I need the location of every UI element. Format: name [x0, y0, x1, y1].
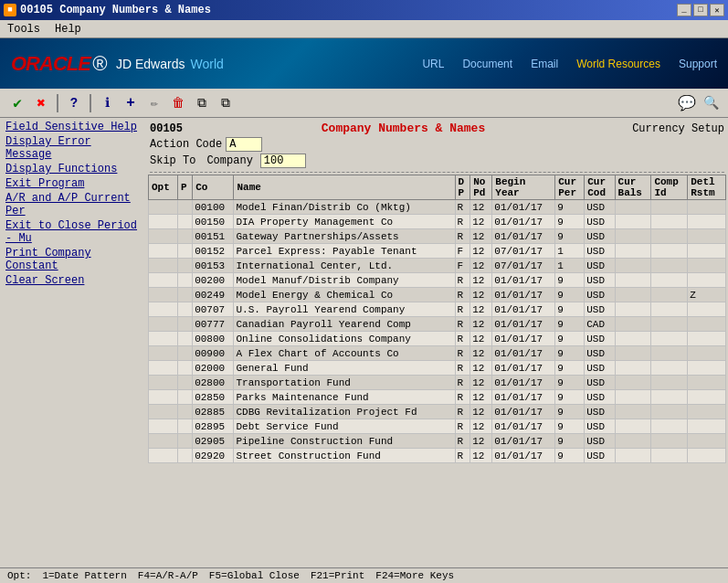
left-menu-item[interactable]: Field Sensitive Help [4, 120, 142, 134]
table-row: 02905Pipeline Construction FundR1201/01/… [149, 434, 726, 449]
search-button[interactable]: 🔍 [701, 93, 721, 113]
table-cell: 12 [470, 419, 492, 434]
table-cell[interactable] [149, 390, 178, 405]
nav-world-resources[interactable]: World Resources [576, 58, 660, 70]
status-date-pattern[interactable]: 1=Date Pattern [42, 570, 126, 581]
table-cell[interactable] [149, 200, 178, 215]
minimize-button[interactable]: _ [677, 4, 691, 16]
table-cell: International Center, Ltd. [234, 259, 455, 273]
table-cell [688, 376, 726, 390]
chat-button[interactable]: 💬 [677, 93, 697, 113]
table-cell: R [455, 376, 470, 390]
maximize-button[interactable]: □ [693, 4, 708, 16]
left-menu-item[interactable]: Display Functions [4, 162, 142, 176]
status-opt: Opt: [7, 570, 31, 581]
copy-button[interactable]: ⧉ [192, 93, 212, 113]
table-cell [177, 259, 192, 273]
close-button[interactable]: ✕ [710, 4, 724, 16]
table-cell[interactable] [149, 376, 178, 390]
table-cell [615, 229, 651, 244]
table-cell: 12 [470, 317, 492, 332]
table-cell[interactable] [149, 332, 178, 346]
table-cell[interactable] [149, 273, 178, 288]
table-cell: 12 [470, 332, 492, 346]
left-menu-item[interactable]: Print Company Constant [4, 246, 142, 273]
nav-email[interactable]: Email [531, 58, 558, 70]
action-code-input[interactable] [226, 137, 262, 152]
table-cell: Transportation Fund [234, 376, 455, 390]
info-button[interactable]: ℹ [97, 93, 117, 113]
nav-document[interactable]: Document [462, 58, 512, 70]
table-cell [177, 361, 192, 376]
left-menu-item[interactable]: Display Error Message [4, 134, 142, 162]
table-cell: 01/01/17 [492, 317, 555, 332]
table-cell[interactable] [149, 244, 178, 259]
content-area: Field Sensitive HelpDisplay Error Messag… [0, 118, 728, 463]
table-cell[interactable] [149, 361, 178, 376]
table-cell: 00249 [193, 288, 234, 302]
table-row: 02920Street Construction FundR1201/01/17… [149, 449, 726, 463]
table-cell: CDBG Revitalization Project Fd [234, 405, 455, 419]
table-cell[interactable] [149, 215, 178, 229]
table-cell: USD [585, 390, 615, 405]
table-container: Opt P Co Name D P No Pd Begin Year Cur P… [146, 175, 728, 463]
oracle-header: ORACLE ® JD Edwards World URL Document E… [0, 38, 728, 89]
left-menu-item[interactable]: Exit to Close Period - Mu [4, 218, 142, 246]
menu-help[interactable]: Help [51, 23, 85, 36]
delete-button[interactable]: 🗑 [168, 93, 188, 113]
cancel-button[interactable]: ✖ [31, 93, 51, 113]
skip-to-input[interactable] [260, 154, 306, 168]
table-cell [651, 273, 688, 288]
status-f21[interactable]: F21=Print [311, 570, 364, 581]
status-f5[interactable]: F5=Global Close [209, 570, 300, 581]
table-cell: 00153 [193, 259, 234, 273]
status-f4[interactable]: F4=A/R-A/P [138, 570, 198, 581]
table-cell[interactable] [149, 449, 178, 463]
table-cell: R [455, 200, 470, 215]
add-button[interactable]: + [121, 93, 141, 113]
menu-tools[interactable]: Tools [4, 23, 44, 36]
left-menu-item[interactable]: Exit Program [4, 176, 142, 191]
table-cell: Online Consolidations Company [234, 332, 455, 346]
table-cell: Street Construction Fund [234, 449, 455, 463]
table-cell [177, 390, 192, 405]
table-cell[interactable] [149, 288, 178, 302]
table-cell: USD [585, 376, 615, 390]
table-cell[interactable] [149, 419, 178, 434]
table-cell: 9 [555, 376, 585, 390]
table-cell[interactable] [149, 405, 178, 419]
oracle-logo: ORACLE ® JD Edwards World [11, 52, 224, 76]
table-row: 02885CDBG Revitalization Project FdR1201… [149, 405, 726, 419]
paste-button[interactable]: ⧉ [216, 93, 236, 113]
edit-button[interactable]: ✏ [144, 93, 164, 113]
table-cell [651, 288, 688, 302]
table-cell[interactable] [149, 259, 178, 273]
table-cell[interactable] [149, 346, 178, 361]
table-cell[interactable] [149, 229, 178, 244]
table-cell[interactable] [149, 434, 178, 449]
table-cell: 02885 [193, 405, 234, 419]
table-cell [688, 259, 726, 273]
table-cell: 12 [470, 229, 492, 244]
table-cell: 12 [470, 215, 492, 229]
table-cell: 12 [470, 259, 492, 273]
check-button[interactable]: ✔ [7, 93, 27, 113]
table-cell [615, 273, 651, 288]
table-cell [688, 361, 726, 376]
help-button[interactable]: ? [64, 93, 84, 113]
table-cell [651, 346, 688, 361]
nav-support[interactable]: Support [679, 58, 717, 70]
table-cell: R [455, 361, 470, 376]
menu-bar: Tools Help [0, 20, 728, 38]
nav-url[interactable]: URL [422, 58, 444, 70]
table-cell: 12 [470, 200, 492, 215]
table-cell: 01/01/17 [492, 449, 555, 463]
table-cell[interactable] [149, 302, 178, 317]
table-cell: Parcel Express: Payable Tenant [234, 244, 455, 259]
table-cell[interactable] [149, 317, 178, 332]
left-menu-item[interactable]: Clear Screen [4, 273, 142, 288]
left-menu-item[interactable]: A/R and A/P Current Per [4, 191, 142, 218]
table-cell: 01/01/17 [492, 215, 555, 229]
status-f24[interactable]: F24=More Keys [375, 570, 454, 581]
window-icon: ■ [4, 4, 16, 16]
